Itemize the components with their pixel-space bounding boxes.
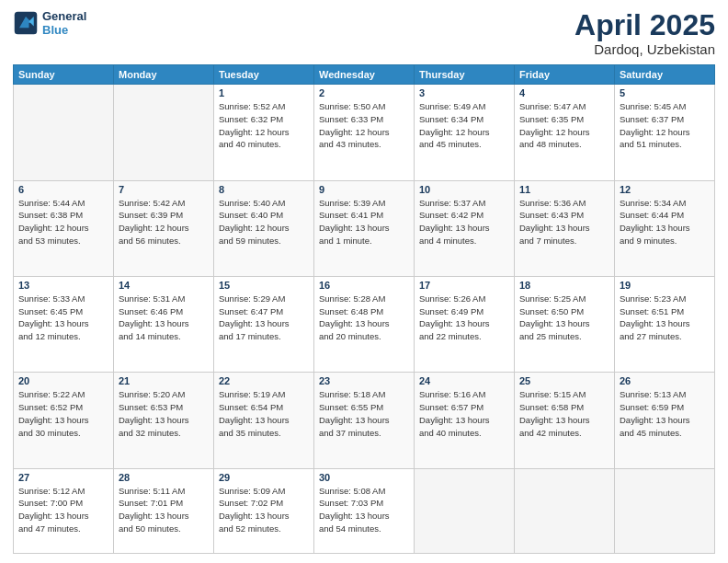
logo-icon	[13, 10, 39, 36]
day-info: Sunrise: 5:23 AM Sunset: 6:51 PM Dayligh…	[620, 293, 710, 343]
weekday-header-friday: Friday	[515, 65, 615, 85]
day-number: 20	[18, 375, 108, 386]
day-info: Sunrise: 5:31 AM Sunset: 6:46 PM Dayligh…	[119, 293, 209, 343]
month-title: April 2025	[574, 9, 715, 41]
calendar-cell: 17Sunrise: 5:26 AM Sunset: 6:49 PM Dayli…	[415, 276, 515, 372]
calendar-cell: 4Sunrise: 5:47 AM Sunset: 6:35 PM Daylig…	[515, 85, 615, 180]
day-info: Sunrise: 5:20 AM Sunset: 6:53 PM Dayligh…	[119, 388, 209, 439]
day-number: 9	[319, 184, 409, 195]
weekday-header-sunday: Sunday	[14, 65, 114, 85]
weekday-header-wednesday: Wednesday	[314, 65, 415, 85]
day-number: 16	[319, 280, 409, 291]
calendar-cell	[615, 468, 715, 553]
calendar-cell: 15Sunrise: 5:29 AM Sunset: 6:47 PM Dayli…	[214, 276, 314, 372]
title-block: April 2025 Dardoq, Uzbekistan	[574, 9, 715, 57]
calendar-cell: 9Sunrise: 5:39 AM Sunset: 6:41 PM Daylig…	[314, 180, 415, 276]
calendar-cell: 20Sunrise: 5:22 AM Sunset: 6:52 PM Dayli…	[14, 373, 114, 468]
calendar-cell: 24Sunrise: 5:16 AM Sunset: 6:57 PM Dayli…	[415, 373, 515, 468]
day-number: 26	[620, 375, 710, 386]
day-info: Sunrise: 5:12 AM Sunset: 7:00 PM Dayligh…	[18, 485, 108, 535]
day-number: 12	[620, 184, 710, 195]
calendar-cell: 14Sunrise: 5:31 AM Sunset: 6:46 PM Dayli…	[114, 276, 214, 372]
day-info: Sunrise: 5:26 AM Sunset: 6:49 PM Dayligh…	[419, 293, 509, 343]
day-number: 27	[18, 472, 108, 483]
day-number: 19	[620, 280, 710, 291]
day-number: 22	[219, 375, 309, 386]
calendar-cell	[415, 468, 515, 553]
day-number: 13	[18, 280, 108, 291]
day-info: Sunrise: 5:49 AM Sunset: 6:34 PM Dayligh…	[419, 100, 509, 151]
logo-text: General Blue	[42, 9, 86, 37]
calendar-cell: 26Sunrise: 5:13 AM Sunset: 6:59 PM Dayli…	[615, 373, 715, 468]
calendar-cell: 12Sunrise: 5:34 AM Sunset: 6:44 PM Dayli…	[615, 180, 715, 276]
calendar-cell	[515, 468, 615, 553]
calendar-cell: 3Sunrise: 5:49 AM Sunset: 6:34 PM Daylig…	[415, 85, 515, 180]
page: General Blue April 2025 Dardoq, Uzbekist…	[0, 0, 728, 563]
day-info: Sunrise: 5:19 AM Sunset: 6:54 PM Dayligh…	[219, 388, 309, 439]
day-number: 8	[219, 184, 309, 195]
day-number: 24	[419, 375, 509, 386]
week-row-3: 13Sunrise: 5:33 AM Sunset: 6:45 PM Dayli…	[14, 276, 715, 372]
day-info: Sunrise: 5:29 AM Sunset: 6:47 PM Dayligh…	[219, 293, 309, 343]
day-info: Sunrise: 5:25 AM Sunset: 6:50 PM Dayligh…	[519, 293, 609, 343]
day-info: Sunrise: 5:47 AM Sunset: 6:35 PM Dayligh…	[519, 100, 609, 151]
day-number: 2	[319, 87, 409, 98]
day-number: 7	[119, 184, 209, 195]
day-info: Sunrise: 5:13 AM Sunset: 6:59 PM Dayligh…	[620, 388, 710, 439]
day-info: Sunrise: 5:15 AM Sunset: 6:58 PM Dayligh…	[519, 388, 609, 439]
calendar-cell: 22Sunrise: 5:19 AM Sunset: 6:54 PM Dayli…	[214, 373, 314, 468]
day-number: 11	[519, 184, 609, 195]
calendar-cell: 28Sunrise: 5:11 AM Sunset: 7:01 PM Dayli…	[114, 468, 214, 553]
day-info: Sunrise: 5:45 AM Sunset: 6:37 PM Dayligh…	[620, 100, 710, 151]
day-info: Sunrise: 5:22 AM Sunset: 6:52 PM Dayligh…	[18, 388, 108, 439]
logo: General Blue	[13, 9, 86, 37]
calendar-cell: 16Sunrise: 5:28 AM Sunset: 6:48 PM Dayli…	[314, 276, 415, 372]
week-row-2: 6Sunrise: 5:44 AM Sunset: 6:38 PM Daylig…	[14, 180, 715, 276]
day-number: 1	[219, 87, 309, 98]
location: Dardoq, Uzbekistan	[574, 41, 715, 57]
day-number: 30	[319, 472, 409, 483]
day-info: Sunrise: 5:40 AM Sunset: 6:40 PM Dayligh…	[219, 197, 309, 247]
day-number: 18	[519, 280, 609, 291]
day-info: Sunrise: 5:36 AM Sunset: 6:43 PM Dayligh…	[519, 197, 609, 247]
day-number: 10	[419, 184, 509, 195]
header: General Blue April 2025 Dardoq, Uzbekist…	[13, 9, 715, 57]
calendar-cell	[114, 85, 214, 180]
calendar-cell: 10Sunrise: 5:37 AM Sunset: 6:42 PM Dayli…	[415, 180, 515, 276]
day-number: 5	[620, 87, 710, 98]
day-number: 23	[319, 375, 409, 386]
calendar-table: SundayMondayTuesdayWednesdayThursdayFrid…	[13, 64, 715, 554]
calendar-cell: 18Sunrise: 5:25 AM Sunset: 6:50 PM Dayli…	[515, 276, 615, 372]
day-info: Sunrise: 5:08 AM Sunset: 7:03 PM Dayligh…	[319, 485, 409, 535]
day-number: 17	[419, 280, 509, 291]
weekday-header-monday: Monday	[114, 65, 214, 85]
day-number: 21	[119, 375, 209, 386]
day-number: 25	[519, 375, 609, 386]
day-number: 6	[18, 184, 108, 195]
day-info: Sunrise: 5:52 AM Sunset: 6:32 PM Dayligh…	[219, 100, 309, 151]
calendar-cell: 8Sunrise: 5:40 AM Sunset: 6:40 PM Daylig…	[214, 180, 314, 276]
day-info: Sunrise: 5:28 AM Sunset: 6:48 PM Dayligh…	[319, 293, 409, 343]
week-row-5: 27Sunrise: 5:12 AM Sunset: 7:00 PM Dayli…	[14, 468, 715, 553]
weekday-header-saturday: Saturday	[615, 65, 715, 85]
day-info: Sunrise: 5:33 AM Sunset: 6:45 PM Dayligh…	[18, 293, 108, 343]
calendar-cell: 11Sunrise: 5:36 AM Sunset: 6:43 PM Dayli…	[515, 180, 615, 276]
day-info: Sunrise: 5:11 AM Sunset: 7:01 PM Dayligh…	[119, 485, 209, 535]
calendar-cell: 2Sunrise: 5:50 AM Sunset: 6:33 PM Daylig…	[314, 85, 415, 180]
calendar-cell: 7Sunrise: 5:42 AM Sunset: 6:39 PM Daylig…	[114, 180, 214, 276]
calendar-cell: 19Sunrise: 5:23 AM Sunset: 6:51 PM Dayli…	[615, 276, 715, 372]
day-number: 14	[119, 280, 209, 291]
calendar-cell: 25Sunrise: 5:15 AM Sunset: 6:58 PM Dayli…	[515, 373, 615, 468]
calendar-cell: 1Sunrise: 5:52 AM Sunset: 6:32 PM Daylig…	[214, 85, 314, 180]
day-number: 29	[219, 472, 309, 483]
day-number: 3	[419, 87, 509, 98]
day-info: Sunrise: 5:50 AM Sunset: 6:33 PM Dayligh…	[319, 100, 409, 151]
day-number: 15	[219, 280, 309, 291]
day-info: Sunrise: 5:44 AM Sunset: 6:38 PM Dayligh…	[18, 197, 108, 247]
calendar-cell: 5Sunrise: 5:45 AM Sunset: 6:37 PM Daylig…	[615, 85, 715, 180]
day-number: 28	[119, 472, 209, 483]
week-row-1: 1Sunrise: 5:52 AM Sunset: 6:32 PM Daylig…	[14, 85, 715, 180]
weekday-header-row: SundayMondayTuesdayWednesdayThursdayFrid…	[14, 65, 715, 85]
calendar-cell	[14, 85, 114, 180]
calendar-cell: 6Sunrise: 5:44 AM Sunset: 6:38 PM Daylig…	[14, 180, 114, 276]
